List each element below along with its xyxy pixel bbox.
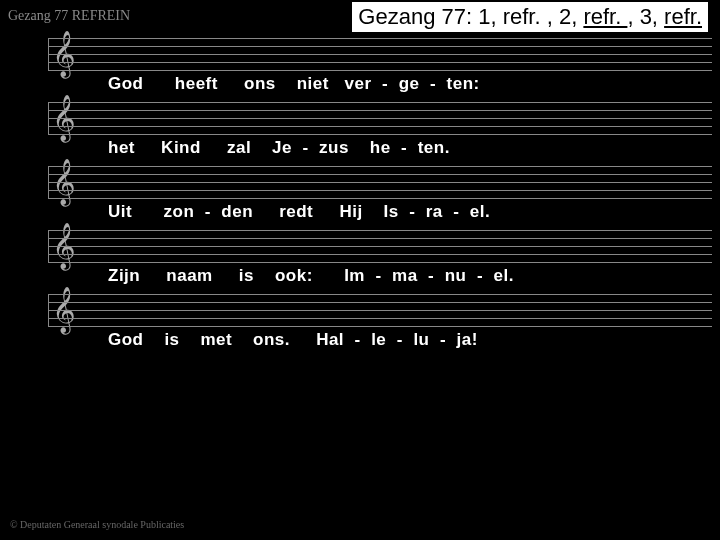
lyric-line: het Kind zal Je - zus he - ten. xyxy=(108,138,450,158)
lyric-line: Uit zon - den redt Hij Is - ra - el. xyxy=(108,202,490,222)
treble-clef-icon: 𝄞 xyxy=(52,96,76,140)
staff-lines xyxy=(48,166,712,198)
hymn-label-small: Gezang 77 REFREIN xyxy=(8,8,130,24)
staff-row: 𝄞 God heeft ons niet ver - ge - ten: xyxy=(8,38,712,74)
staff-lines xyxy=(48,102,712,134)
title-refr-2: refr. xyxy=(583,4,627,29)
staff-lines xyxy=(48,294,712,326)
staff-lines xyxy=(48,38,712,70)
title-part-mid: , 3, xyxy=(627,4,664,29)
hymn-title-overlay: Gezang 77: 1, refr. , 2, refr. , 3, refr… xyxy=(352,2,708,32)
staff-row: 𝄞 het Kind zal Je - zus he - ten. xyxy=(8,102,712,138)
lyric-line: God heeft ons niet ver - ge - ten: xyxy=(108,74,480,94)
music-score: 𝄞 God heeft ons niet ver - ge - ten: 𝄞 h… xyxy=(8,38,712,358)
title-part-1: Gezang 77: 1, refr. , 2, xyxy=(358,4,583,29)
barline xyxy=(48,294,49,326)
barline xyxy=(48,166,49,198)
barline xyxy=(48,230,49,262)
barline xyxy=(48,38,49,70)
staff-lines xyxy=(48,230,712,262)
treble-clef-icon: 𝄞 xyxy=(52,160,76,204)
lyric-line: Zijn naam is ook: Im - ma - nu - el. xyxy=(108,266,514,286)
treble-clef-icon: 𝄞 xyxy=(52,288,76,332)
treble-clef-icon: 𝄞 xyxy=(52,32,76,76)
title-refr-3: refr. xyxy=(664,4,702,29)
copyright-notice: © Deputaten Generaal synodale Publicatie… xyxy=(10,519,184,530)
staff-row: 𝄞 Zijn naam is ook: Im - ma - nu - el. xyxy=(8,230,712,266)
staff-row: 𝄞 God is met ons. Hal - le - lu - ja! xyxy=(8,294,712,330)
lyric-line: God is met ons. Hal - le - lu - ja! xyxy=(108,330,478,350)
staff-row: 𝄞 Uit zon - den redt Hij Is - ra - el. xyxy=(8,166,712,202)
barline xyxy=(48,102,49,134)
treble-clef-icon: 𝄞 xyxy=(52,224,76,268)
